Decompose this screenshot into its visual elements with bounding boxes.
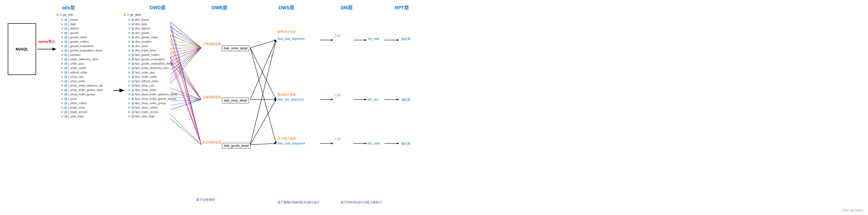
svg-line-34 xyxy=(170,118,201,145)
list-item: ▶▦t_store_collect xyxy=(57,101,102,105)
dwb-goods-label: 商品明细宽表 xyxy=(203,140,221,145)
list-item: ▶▦t_location xyxy=(57,52,102,57)
rpt-result-1: 抽结果 xyxy=(401,37,410,41)
list-item: ▶▦dim_trade_area xyxy=(124,48,177,52)
list-item: ▶▦fact_goods_evaluation xyxy=(124,57,177,61)
list-item: ▶▦fact_shop_order_group xyxy=(124,101,177,105)
list-item: ▶▦dim_district xyxy=(124,26,177,30)
layer-title-dm: DM层 xyxy=(341,5,352,11)
dws-sku-name: dws_sku_daycount xyxy=(277,98,304,101)
list-item: ▶▦fact_store_collect xyxy=(124,105,177,110)
list-item: ▶▦t_goods_class xyxy=(57,35,102,39)
list-item: ▶▦fact_user_login xyxy=(124,114,177,118)
list-item: ▶▦t_date xyxy=(57,22,102,26)
list-item: ▶▦t_trade_area xyxy=(57,105,102,110)
layer-title-dwd: DWD层 xyxy=(150,5,165,11)
dws-sale-name: dws_sale_daycount xyxy=(277,37,305,41)
list-item: ▶▦t_district xyxy=(57,26,102,30)
dm-sale: dm_sale xyxy=(368,37,379,41)
business-note: 基于业务降维 xyxy=(196,198,215,202)
list-item: ▶▦t_shop_cart xyxy=(57,74,102,79)
item-label: t_brand xyxy=(68,18,78,21)
uproll-label-3: 上卷 xyxy=(334,137,340,141)
list-item: ▶▦t_order_delievery_item xyxy=(57,57,102,61)
list-item: ▶▦fact_shop_cart xyxy=(124,83,177,88)
list-item: ▶▦fact_trade_record xyxy=(124,110,177,114)
list-item: ▶▦t_refund_order xyxy=(57,70,102,74)
dws-sale-title: 销售统计宽表 xyxy=(277,30,296,34)
list-item: ▶▦t_brand xyxy=(57,17,102,22)
dm-sku: dm_sku xyxy=(368,98,378,101)
list-item: ▶▦fact_shop_order_goods_details xyxy=(124,97,177,101)
list-item: ▶▦t_shop_order_address_de xyxy=(57,83,102,88)
dwb-shop-box: dwb_shop_detail xyxy=(222,98,249,103)
db-icon: ⊞ xyxy=(60,13,62,17)
list-item: ▶▦fact_order_delievery_item xyxy=(124,65,177,70)
svg-line-37 xyxy=(250,48,276,143)
list-item: ▶▦fact_order_settle xyxy=(124,74,177,79)
dws-sku-title: 商品统计宽表 xyxy=(277,92,296,97)
dwb-order-label: 订单明细宽表 xyxy=(203,42,221,46)
list-item: ▶▦dim_goods xyxy=(124,30,177,35)
copyright: CSDN ©陈万君All r... xyxy=(841,209,866,212)
dws-note: 基于最细日期粒度(天)进行统计 xyxy=(277,200,320,205)
sqoop-label: sqoop导入 xyxy=(38,39,55,44)
db-icon-dwd: ⊞ xyxy=(127,13,129,17)
list-item: ▶▦fact_order_pay xyxy=(124,70,177,74)
uproll-label-2: 上卷 xyxy=(334,93,340,98)
list-item: ▶▦t_shop_order_goods_deta xyxy=(57,88,102,92)
diagram: ods层 DWD层 DWB层 DWS层 DM层 RPT层 MySQL sqoop… xyxy=(0,0,868,215)
list-item: ▶▦t_goods_evaluation_detai xyxy=(57,48,102,52)
dm-user: dm_user xyxy=(368,142,380,145)
dws-user-name: dws_user_daycount xyxy=(277,142,305,145)
list-item: ▶▦t_order_settle xyxy=(57,65,102,70)
list-item: ▶▦fact_shop_order_address_detail xyxy=(124,92,177,97)
folder-icon-dwd: ▶ xyxy=(124,13,126,17)
mysql-label: MySQL xyxy=(16,47,28,51)
list-item: ▶▦fact_goods_evaluation_detail xyxy=(124,61,177,65)
list-item: ▶▦t_trade_record xyxy=(57,110,102,114)
list-item: ▶▦dim_date xyxy=(124,22,177,26)
dwd-tree: ▶ ⊞ yp_dwd ▶▦dim_brand ▶▦dim_date ▶▦dim_… xyxy=(124,13,177,118)
list-item: ▶▦t_order_pay xyxy=(57,61,102,65)
svg-line-35 xyxy=(250,40,276,48)
dwb-order-box: dwb_order_detail xyxy=(222,46,249,51)
dwd-root-label: yp_dwd xyxy=(130,13,141,17)
svg-line-38 xyxy=(250,40,276,100)
ods-tree: ▶ ⊞ yp_ods ▶▦t_brand ▶▦t_date ▶▦t_distri… xyxy=(57,13,102,118)
svg-line-36 xyxy=(250,48,276,100)
list-item: ▶▦dim_goods_class xyxy=(124,35,177,39)
rpt-result-2: 抽结果 xyxy=(401,98,410,102)
folder-icon: ▶ xyxy=(57,13,59,17)
svg-line-42 xyxy=(250,143,276,145)
rpt-result-3: 抽结果 xyxy=(401,142,410,146)
uproll-label-1: 上卷 xyxy=(334,34,340,38)
list-item: ▶▦t_goods_evaluation xyxy=(57,44,102,48)
list-item: ▶▦dim_brand xyxy=(124,17,177,22)
list-item: ▶▦t_user_login xyxy=(57,114,102,118)
list-item: ▶▦t_shop_order xyxy=(57,79,102,83)
layer-title-ods: ods层 xyxy=(62,5,75,11)
list-item: ▶▦fact_shop_order xyxy=(124,88,177,92)
list-item: ▶▦t_shop_order_group xyxy=(57,92,102,97)
ods-root-label: yp_ods xyxy=(63,13,73,17)
list-item: ▶▦dim_location xyxy=(124,39,177,44)
list-item: ▶▦fact_goods_collect xyxy=(124,52,177,57)
layer-title-dws: DWS层 xyxy=(279,5,294,11)
list-item: ▶▦t_goods xyxy=(57,30,102,35)
dwb-shop-label: 店铺明细宽表 xyxy=(203,95,221,100)
layer-title-rpt: RPT层 xyxy=(395,5,409,11)
layer-title-dwb: DWB层 xyxy=(212,5,227,11)
dwb-goods-box: dwb_goods_detail xyxy=(222,143,251,149)
list-item: ▶▦t_store xyxy=(57,97,102,101)
dm-note: 基于DWS层进行日期上卷统计 xyxy=(341,200,382,205)
mysql-box: MySQL xyxy=(8,23,36,75)
list-item: ▶▦t_goods_collect xyxy=(57,39,102,44)
list-item: ▶▦fact_refund_order xyxy=(124,79,177,83)
svg-line-40 xyxy=(250,40,276,145)
dws-user-title: 用户统计宽表 xyxy=(277,136,296,141)
svg-line-41 xyxy=(250,100,276,145)
svg-line-33 xyxy=(170,114,201,145)
list-item: ▶▦dim_store xyxy=(124,44,177,48)
